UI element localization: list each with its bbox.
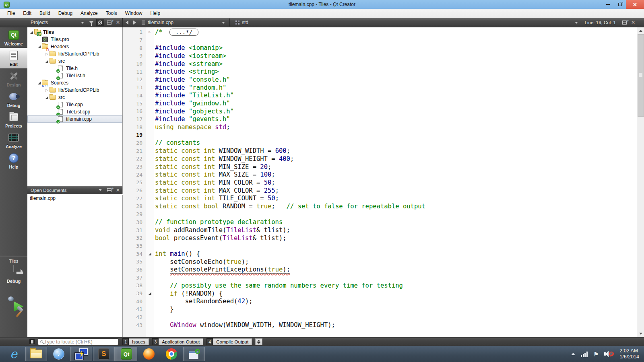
taskbar-item-remote-desktop[interactable] [183,347,205,361]
panel-selector[interactable]: Projects [27,20,78,25]
sidebar-mode-design[interactable]: Design [0,68,27,89]
tree-item-sources[interactable]: C++Sources [27,79,122,86]
fold-expanded-icon[interactable] [146,253,154,255]
menu-item-build[interactable]: Build [35,9,54,18]
tree-collapsed-icon[interactable]: ▷ [44,52,50,56]
kit-selector-button[interactable] [4,265,23,278]
folder-icon [50,51,56,57]
sidebar-mode-projects[interactable]: Projects [0,109,27,130]
close-document-icon[interactable]: ✕ [629,19,637,26]
taskbar-item-file-explorer[interactable] [25,347,47,361]
menu-item-window[interactable]: Window [121,9,147,18]
file-cpp-icon [57,102,64,108]
scroll-down-icon[interactable] [637,330,644,337]
menu-item-file[interactable]: File [3,9,19,18]
scroll-up-icon[interactable] [637,27,644,34]
show-hidden-icons-icon[interactable] [571,353,575,355]
menu-item-tools[interactable]: Tools [102,9,121,18]
sidebar-mode-help[interactable]: ?Help [0,150,27,171]
close-open-documents-icon[interactable]: ✕ [114,187,122,194]
taskbar-item-putty[interactable] [70,347,92,361]
locator-filter-button[interactable] [29,339,35,345]
taskbar-item-qt-creator[interactable]: Qt [116,347,137,361]
tree-item-tilelist-cpp[interactable]: TileList.cpp [27,108,122,115]
close-panel-icon[interactable]: ✕ [114,19,122,26]
taskbar-item-chrome[interactable] [161,347,182,361]
tree-collapsed-icon[interactable]: ▷ [44,88,50,92]
tree-item-src[interactable]: src [27,94,122,101]
menu-item-analyze[interactable]: Analyze [76,9,102,18]
edit-document-icon [8,50,20,61]
tree-item-tile-h[interactable]: Tile.h [27,65,122,72]
tree-item-lib-stanfordcpplib[interactable]: ▷lib/StanfordCPPLib [27,86,122,94]
menu-item-help[interactable]: Help [147,9,165,18]
line-number: 13 [123,84,146,90]
open-documents-title[interactable]: Open Documents [27,188,96,193]
go-forward-icon[interactable] [133,21,136,25]
fold-collapsed-icon[interactable]: ▷ [146,30,154,34]
open-document-item[interactable]: tilemain.cpp [27,195,122,202]
sidebar-mode-label: Edit [10,62,18,67]
network-signal-icon[interactable] [581,351,588,357]
go-back-icon[interactable] [126,21,128,25]
tree-expanded-icon[interactable] [44,60,50,63]
fold-expanded-icon[interactable] [146,292,154,295]
sidebar-mode-welcome[interactable]: QtWelcome [0,27,27,48]
scrollbar-thumb[interactable] [638,34,644,117]
open-documents-dropdown-icon[interactable] [99,189,102,191]
panel-selector-dropdown-icon[interactable] [81,22,84,24]
line-number: 31 [123,227,146,233]
tree-expanded-icon[interactable] [37,45,42,48]
toolbar-overflow-icon[interactable] [575,22,578,24]
code-text: setConsolePrintExceptions(true); [154,266,290,273]
tree-item-tile-cpp[interactable]: Tile.cpp [27,101,122,108]
tree-item-headers[interactable]: hHeaders [27,43,122,50]
tree-item-tiles-pro[interactable]: Tiles.pro [27,36,122,43]
tree-item-tiles[interactable]: QtTiles [27,29,122,36]
split-panel-icon[interactable] [105,19,113,26]
tree-expanded-icon[interactable] [44,96,50,99]
filter-icon[interactable] [87,19,95,26]
debug-bug-icon [8,91,20,102]
document-selector-dropdown-icon[interactable] [222,22,225,24]
tree-item-label: Tiles.pro [51,37,72,42]
tree-item-lib-stanfordcpplib[interactable]: ▷lib/StanfordCPPLib [27,50,122,58]
code-text: static const int MIN_COLOR = 50; [154,179,275,186]
locator-search-input[interactable]: Type to locate (Ctrl+K) [38,338,118,345]
restore-button[interactable] [614,0,626,9]
taskbar-item-internet-explorer[interactable]: e [3,347,25,361]
code-text: static const int WINDOW_WIDTH = 600; [154,147,290,154]
code-line-18: 18using namespace std; [123,123,637,131]
tree-item-src[interactable]: src [27,58,122,65]
code-line-41: 41 } [123,305,637,313]
taskbar-item-sublime-text[interactable]: S [93,347,115,361]
output-pane-issues[interactable]: 1Issues [122,338,149,345]
close-button[interactable]: ✕ [626,0,644,9]
sidebar-mode-analyze[interactable]: Analyze [0,130,27,150]
code-editor[interactable]: 1▷/* ...*/78#include <iomanip>9#include … [123,27,637,337]
split-editor-icon[interactable] [620,19,628,26]
editor-scrollbar[interactable] [637,27,644,337]
symbol-selector[interactable]: std [242,20,248,25]
menu-item-edit[interactable]: Edit [19,9,35,18]
tree-expanded-icon[interactable] [29,31,34,34]
document-selector[interactable]: tilemain.cpp [148,20,173,25]
sidebar-mode-edit[interactable]: Edit [0,48,27,68]
tree-item-tilelist-h[interactable]: TileList.h [27,72,122,79]
tree-item-tilemain-cpp[interactable]: tilemain.cpp [27,115,122,123]
tree-expanded-icon[interactable] [37,82,42,84]
sidebar-mode-debug[interactable]: Debug [0,89,27,109]
split-open-documents-icon[interactable] [105,187,113,194]
action-center-flag-icon[interactable]: ⚑ [593,351,599,357]
taskbar-item-firefox[interactable] [138,347,160,361]
sync-with-editor-icon[interactable] [96,19,104,26]
output-pane-arrows-button[interactable] [255,338,262,345]
collapsed-comment-box[interactable]: ...*/ [169,29,198,36]
output-pane-compile-output[interactable]: 4Compile Output [206,338,252,345]
menu-item-debug[interactable]: Debug [54,9,76,18]
volume-muted-icon[interactable] [604,350,614,358]
minimize-button[interactable] [602,0,614,9]
output-pane-application-output[interactable]: 3Application Output [152,338,203,345]
taskbar-clock[interactable]: 2:02 AM 1/6/2014 [619,348,639,360]
taskbar-item-itunes[interactable]: ♪ [48,347,70,361]
